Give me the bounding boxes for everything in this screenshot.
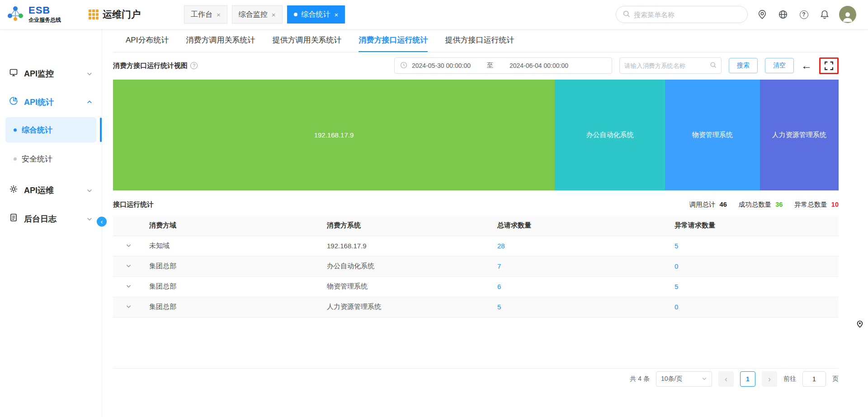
clear-button[interactable]: 清空: [765, 58, 794, 73]
sidebar-item-api-operations[interactable]: API运维: [0, 176, 102, 204]
cell-error-requests-link[interactable]: 0: [675, 262, 678, 270]
treemap-block[interactable]: 人力资源管理系统: [760, 80, 839, 190]
date-end[interactable]: 2024-06-04 00:00:00: [509, 62, 568, 69]
stat-label: 调用总计: [689, 200, 716, 209]
user-location-icon[interactable]: [756, 8, 769, 21]
grid-icon: [89, 9, 99, 19]
cell-consumer-domain: 集团总部: [144, 276, 321, 297]
cell-total-requests-link[interactable]: 5: [497, 303, 501, 311]
annotation-highlight-box: [819, 57, 839, 74]
sidebar-item-security-statistics[interactable]: 安全统计: [5, 146, 96, 171]
header-tab[interactable]: 综合统计×: [287, 5, 345, 24]
close-icon[interactable]: ×: [335, 11, 339, 18]
stat-label: 成功总数量: [739, 200, 772, 209]
page-size-value: 10条/页: [661, 375, 682, 383]
gear-icon: [9, 185, 18, 196]
sidebar-item-label: 后台日志: [24, 213, 57, 224]
row-expand-icon[interactable]: [126, 242, 132, 248]
sidebar-submenu: 综合统计 安全统计: [0, 116, 102, 176]
stat-label: 异常总数量: [794, 200, 827, 209]
stats-row: 接口运行统计 调用总计46成功总数量36异常总数量10: [113, 197, 839, 212]
info-icon[interactable]: ?: [190, 62, 198, 69]
content-tab[interactable]: 提供方接口运行统计: [445, 29, 514, 52]
header-right: ?: [616, 6, 856, 23]
menu-search-input[interactable]: [634, 11, 741, 19]
date-start[interactable]: 2024-05-30 00:00:00: [412, 62, 471, 69]
content-tab[interactable]: API分布统计: [126, 29, 169, 52]
next-page-button[interactable]: ›: [762, 371, 777, 387]
content-tab[interactable]: 提供方调用关系统计: [272, 29, 341, 52]
menu-search[interactable]: [616, 6, 748, 23]
sidebar-item-api-monitor[interactable]: API监控: [0, 59, 102, 88]
row-expand-icon[interactable]: [126, 263, 132, 269]
sidebar-item-api-statistics[interactable]: API统计: [0, 88, 102, 116]
expand-column-header: [113, 216, 144, 236]
header-tab-label: 工作台: [191, 10, 212, 19]
stats-table: 消费方域消费方系统总请求数量异常请求数量 未知域192.168.17.9285集…: [113, 216, 839, 317]
cell-consumer-domain: 未知域: [144, 236, 321, 256]
date-range-picker[interactable]: 2024-05-30 00:00:00 至 2024-06-04 00:00:0…: [394, 57, 612, 74]
table-row: 集团总部物资管理系统65: [113, 276, 839, 297]
cell-total-requests-link[interactable]: 6: [497, 283, 501, 290]
pie-chart-icon: [9, 96, 18, 108]
anchor-pin-icon[interactable]: [855, 319, 864, 328]
treemap-block[interactable]: 物资管理系统: [665, 80, 760, 190]
search-button[interactable]: 搜索: [729, 58, 758, 73]
column-header: 消费方域: [144, 216, 321, 236]
back-arrow-icon[interactable]: ←: [801, 60, 812, 71]
sidebar-item-comprehensive-statistics[interactable]: 综合统计: [5, 117, 96, 142]
chevron-down-icon: [86, 187, 93, 194]
chevron-down-icon: [702, 375, 707, 383]
sidebar-collapse-button[interactable]: ‹: [97, 217, 107, 227]
row-expand-icon[interactable]: [126, 303, 132, 309]
document-icon: [9, 213, 18, 224]
avatar[interactable]: [839, 6, 856, 23]
cell-total-requests-link[interactable]: 28: [497, 242, 505, 250]
header-tab[interactable]: 综合监控×: [232, 5, 283, 24]
consumer-system-search[interactable]: [619, 57, 722, 74]
chevron-down-icon: [86, 71, 93, 77]
treemap-block[interactable]: 192.168.17.9: [113, 80, 555, 190]
cell-error-requests-link[interactable]: 5: [675, 283, 678, 290]
treemap-block[interactable]: 办公自动化系统: [555, 80, 665, 190]
cell-consumer-system: 办公自动化系统: [321, 256, 492, 276]
prev-icon: ‹: [725, 374, 727, 384]
cell-consumer-system: 人力资源管理系统: [321, 297, 492, 317]
table-row: 未知域192.168.17.9285: [113, 236, 839, 256]
search-icon: [710, 62, 717, 70]
cell-consumer-domain: 集团总部: [144, 256, 321, 276]
consumer-system-input[interactable]: [624, 62, 707, 69]
prev-page-button[interactable]: ‹: [718, 371, 734, 387]
fullscreen-icon[interactable]: [824, 61, 834, 71]
stat-value-success: 36: [775, 201, 783, 208]
help-icon[interactable]: ?: [797, 8, 810, 21]
clock-icon: [400, 62, 407, 70]
cell-total-requests-link[interactable]: 7: [497, 262, 501, 270]
current-page-button[interactable]: 1: [740, 371, 755, 387]
header-tab[interactable]: 工作台×: [184, 5, 227, 24]
table-row: 集团总部办公自动化系统70: [113, 256, 839, 276]
cell-consumer-system: 192.168.17.9: [321, 236, 492, 256]
content-tab[interactable]: 消费方调用关系统计: [186, 29, 255, 52]
close-icon[interactable]: ×: [272, 11, 276, 18]
cell-consumer-system: 物资管理系统: [321, 276, 492, 297]
portal-title-group: 运维门户: [89, 8, 141, 21]
sidebar-subitem-label: 安全统计: [22, 154, 52, 164]
close-icon[interactable]: ×: [217, 11, 221, 18]
search-icon: [623, 10, 630, 19]
row-expand-icon[interactable]: [126, 283, 132, 289]
content-tab[interactable]: 消费方接口运行统计: [359, 29, 428, 52]
goto-page-input[interactable]: [802, 371, 826, 387]
stats-summary: 调用总计46成功总数量36异常总数量10: [689, 200, 839, 209]
sidebar-item-label: API运维: [24, 185, 54, 196]
chevron-down-icon: [86, 216, 93, 222]
cell-error-requests-link[interactable]: 5: [675, 242, 678, 250]
page-size-select[interactable]: 10条/页: [656, 371, 712, 387]
column-header: 异常请求数量: [669, 216, 839, 236]
cell-error-requests-link[interactable]: 0: [675, 303, 678, 311]
notification-bell-icon[interactable]: [818, 8, 831, 21]
sidebar-item-label: API统计: [24, 97, 54, 108]
globe-icon[interactable]: [777, 8, 789, 21]
sidebar-item-backend-logs[interactable]: 后台日志: [0, 204, 102, 233]
content-tab-bar: API分布统计消费方调用关系统计提供方调用关系统计消费方接口运行统计提供方接口运…: [113, 29, 839, 52]
